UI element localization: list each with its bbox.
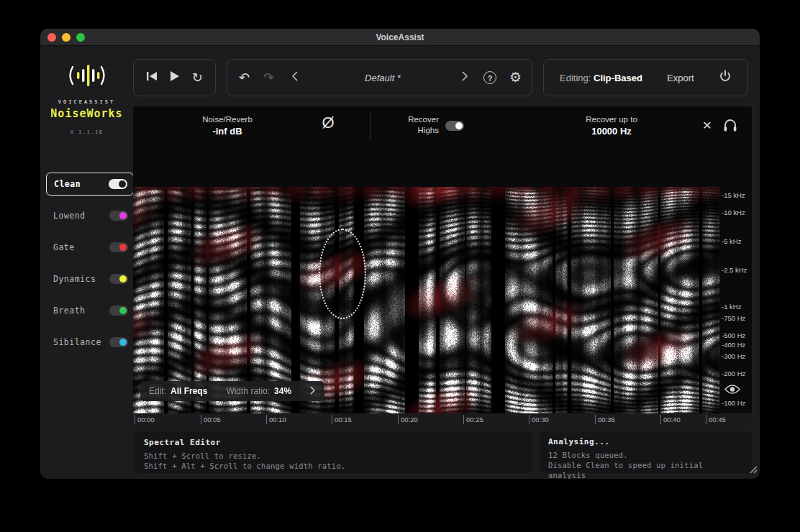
sidebar: VOICEASSIST NoiseWorks V 1.1.16 Clean Lo…: [40, 46, 133, 479]
spectrogram-canvas[interactable]: [133, 187, 719, 413]
edit-toolbar-expand-icon[interactable]: [310, 386, 315, 397]
time-tick: 00:20: [398, 415, 418, 424]
power-button[interactable]: [719, 70, 732, 86]
headphones-monitor-icon[interactable]: [723, 119, 737, 135]
brand-name: NoiseWorks: [40, 107, 133, 120]
undo-button[interactable]: ↶: [239, 71, 250, 84]
recover-highs-label: Recover Highs: [378, 114, 439, 136]
time-ruler[interactable]: 00:00 00:05 00:10 00:15 00:20 00:25 00:3…: [133, 413, 752, 426]
clean-toggle[interactable]: [109, 179, 127, 189]
sidebar-item-gate[interactable]: Gate: [46, 236, 134, 259]
dynamics-toggle[interactable]: [109, 274, 128, 284]
freq-label: -500 Hz: [722, 331, 745, 339]
toggle-knob: [119, 244, 127, 251]
time-tick: 00:40: [660, 415, 681, 424]
recover-up-to-label: Recover up to: [561, 114, 662, 125]
time-tick: 00:30: [529, 415, 549, 424]
titlebar[interactable]: VoiceAssist: [40, 29, 760, 46]
noise-reverb-control[interactable]: Noise/Reverb -inf dB: [177, 114, 278, 137]
width-ratio-label: Width ratio:: [226, 386, 270, 396]
width-ratio-value[interactable]: 34%: [274, 386, 291, 396]
skip-to-start-button[interactable]: [146, 71, 158, 84]
noise-reverb-value[interactable]: -inf dB: [177, 125, 278, 137]
toggle-knob: [119, 180, 126, 188]
session-group: Editing: Clip-Based Export: [543, 59, 748, 96]
analysis-title: Analysing...: [548, 437, 743, 446]
module-label: Gate: [53, 242, 75, 252]
time-tick: 00:00: [135, 415, 155, 424]
sidebar-item-breath[interactable]: Breath: [46, 299, 134, 322]
preset-group: ↶ ↷ Default * ? ⚙: [227, 59, 532, 96]
time-tick: 00:35: [595, 415, 615, 424]
sidebar-item-clean[interactable]: Clean: [46, 173, 134, 196]
toggle-knob: [119, 212, 127, 219]
play-button[interactable]: [170, 71, 179, 84]
module-label: Lowend: [53, 211, 86, 221]
breath-toggle[interactable]: [109, 306, 128, 316]
loop-button[interactable]: ↻: [192, 71, 203, 84]
module-label: Sibilance: [53, 337, 101, 347]
freq-label: -2.5 kHz: [722, 266, 747, 274]
toggle-knob: [119, 275, 127, 283]
lowend-toggle[interactable]: [109, 211, 128, 221]
freq-label: -300 Hz: [722, 352, 745, 360]
recover-up-to-value[interactable]: 10000 Hz: [561, 125, 662, 137]
edit-mode-selector[interactable]: All Freqs: [171, 386, 207, 396]
time-tick: 00:15: [332, 415, 352, 424]
freq-label: -15 kHz: [722, 191, 745, 199]
header-divider: [370, 112, 371, 139]
transport-group: ↻: [133, 59, 216, 96]
brand-wordmark-small: VOICEASSIST: [40, 99, 133, 105]
freq-label: -5 kHz: [722, 237, 741, 245]
sidebar-item-sibilance[interactable]: Sibilance: [46, 331, 134, 354]
status-title: Spectral Editor: [144, 438, 522, 447]
previous-preset-button[interactable]: [292, 71, 298, 84]
module-label: Clean: [54, 179, 81, 189]
window-title: VoiceAssist: [40, 29, 760, 46]
noise-reverb-label: Noise/Reverb: [177, 114, 278, 125]
spectral-selection-ellipse[interactable]: [319, 229, 366, 319]
time-tick: 00:45: [706, 415, 726, 424]
next-preset-button[interactable]: [462, 71, 468, 84]
analysis-queue: 12 Blocks queued.: [548, 450, 743, 460]
app-window: VoiceAssist VOICEASSIST NoiseWorks V 1.1…: [40, 29, 760, 479]
sidebar-item-lowend[interactable]: Lowend: [46, 204, 134, 227]
recover-highs-toggle[interactable]: [445, 121, 464, 131]
window-resize-handle[interactable]: [748, 464, 758, 477]
edit-label: Edit:: [149, 386, 166, 396]
status-hint: Shift + Scroll to resize.: [144, 451, 522, 461]
analysis-hint: Disable Clean to speed up initial analys…: [548, 460, 743, 479]
freq-label: -400 Hz: [722, 341, 745, 349]
preset-name[interactable]: Default *: [306, 73, 459, 83]
recover-up-to-control[interactable]: Recover up to 10000 Hz: [561, 114, 662, 137]
help-icon[interactable]: ?: [483, 71, 496, 84]
editing-mode-selector[interactable]: Editing: Clip-Based: [560, 73, 642, 83]
time-tick: 00:25: [463, 415, 483, 424]
sidebar-item-dynamics[interactable]: Dynamics: [46, 267, 134, 290]
time-tick: 00:05: [201, 415, 221, 424]
freq-label: -750 Hz: [722, 314, 745, 322]
gate-toggle[interactable]: [109, 242, 128, 252]
freq-label: -1 kHz: [722, 303, 741, 311]
toggle-knob: [455, 122, 463, 129]
edit-toolbar: Edit: All Freqs Width ratio: 34%: [140, 381, 324, 401]
editing-mode-value: Clip-Based: [594, 73, 642, 83]
sibilance-toggle[interactable]: [109, 337, 128, 347]
freq-label: -200 Hz: [722, 370, 745, 377]
desktop-background: VoiceAssist VOICEASSIST NoiseWorks V 1.1…: [0, 0, 800, 532]
spectral-editor-status-panel: Spectral Editor Shift + Scroll to resize…: [134, 431, 532, 473]
time-tick: 00:10: [266, 415, 286, 424]
module-label: Breath: [53, 306, 86, 316]
export-button[interactable]: Export: [667, 73, 694, 83]
redo-button[interactable]: ↷: [263, 71, 274, 84]
null-listen-icon[interactable]: Ø: [319, 114, 337, 132]
module-label: Dynamics: [53, 274, 96, 284]
noiseworks-logo-icon: [62, 60, 112, 93]
close-panel-icon[interactable]: ×: [699, 115, 716, 135]
freq-label: -100 Hz: [722, 399, 745, 407]
toggle-knob: [119, 307, 127, 314]
status-hint: Shift + Alt + Scroll to change width rat…: [144, 461, 522, 471]
eye-visibility-icon[interactable]: [724, 384, 740, 398]
gear-icon[interactable]: ⚙: [509, 71, 522, 84]
freq-label: -10 kHz: [722, 208, 745, 216]
